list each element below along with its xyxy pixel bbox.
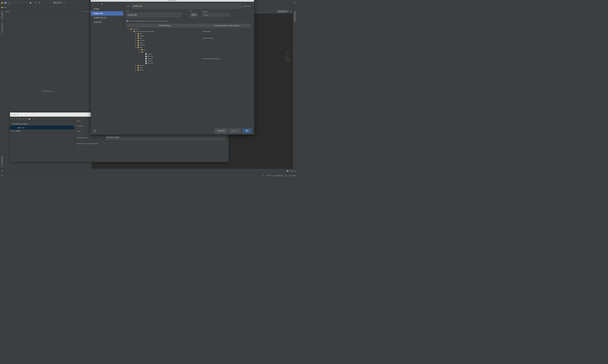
folder-icon[interactable]: 📁 [28,118,30,120]
config-type-node[interactable]: ▼🐘PHP Remote Debug [10,122,74,126]
open-icon[interactable] [1,1,3,4]
line-separator[interactable]: LF [263,175,264,176]
save-icon[interactable] [4,1,7,4]
sort-icon[interactable]: ↓ª [32,118,33,120]
chevron-right-icon[interactable]: ▶ [77,143,78,144]
remove-icon[interactable]: − [14,118,14,120]
port-label: Port [190,10,198,12]
debugger-select[interactable]: Xdebug▾ [202,13,229,17]
sync-icon[interactable] [8,1,10,4]
git-branch[interactable]: Git: feature/twig [273,175,282,176]
help-icon[interactable]: ? [93,129,97,133]
tree-row[interactable]: 📄index.php/var/www/krabs/public/index.ph… [127,58,251,60]
tree-row[interactable]: 📄.htaccess [127,53,251,55]
code-snippet: plate e) lue) t($value) t($value) [286,51,291,62]
tree-row[interactable]: ▶📁.idea [127,33,251,35]
tree-row[interactable]: ▶📁config [127,42,251,44]
path-mappings-checkbox[interactable]: Use path mappings (select if the server … [127,20,251,22]
tab-database[interactable]: Database [294,13,296,22]
tree-row[interactable]: ▼📁Project files [127,28,251,30]
collapse-icon[interactable]: ⇤ [88,11,89,12]
forward-icon[interactable]: → [47,1,50,4]
tree-row[interactable]: 📄favicon.ico [127,55,251,58]
tree-row[interactable]: ▶📁database [127,44,251,46]
status-bar-lower: ▣ LF UTF-8 ≑ Git: feature/twig ≑ 🔒 106 o… [0,173,297,178]
tree-row[interactable]: 📄robots.txt [127,60,251,62]
chevron-down-icon: ▾ [61,2,61,4]
status-icon[interactable]: ▣ [1,175,2,176]
tree-row[interactable]: ▶📁app/var/www/krabs/app [127,37,251,39]
find-icon[interactable]: 🔍 [35,1,37,4]
ok-button[interactable]: OK [242,128,251,133]
shared-checkbox[interactable]: Shared [244,5,251,7]
tree-row[interactable]: ▶📁routes [127,67,251,69]
run-icon[interactable]: ▶ [64,1,66,4]
add-icon[interactable]: + [92,4,93,5]
remove-icon[interactable]: − [95,4,96,5]
run-config-dropdown[interactable]: 🐘 KRABS ▾ [53,1,63,4]
editor-tab[interactable]: Channel.php × [277,10,288,13]
folder-icon: 📁 [1,7,3,8]
breadcrumb-project[interactable]: krabs [3,7,6,8]
copy-icon[interactable]: ⎘ [26,1,28,4]
paste-icon[interactable]: 📋 [29,1,32,4]
down-icon[interactable]: ▼ [26,118,27,120]
traffic-max[interactable] [17,114,18,116]
server-list: krabskrabs.diokrabs.dio (1)mds.dio [91,7,123,24]
search-everywhere-icon[interactable]: 🔍 [294,1,296,4]
tab-project[interactable]: 1: Project [1,11,3,20]
server-list-item[interactable]: krabs [91,7,123,11]
cut-icon[interactable]: ✂ [22,1,25,4]
config-item[interactable]: 🐘 KRABS [10,125,74,130]
server-list-item[interactable]: mds.dio [91,20,123,24]
server-list-item[interactable]: krabs.dio (1) [91,16,123,20]
tree-row[interactable]: ▶📁storage [127,69,251,71]
server-list-item[interactable]: krabs.dio [91,11,123,16]
redo-icon[interactable]: ↷ [17,1,19,4]
cancel-button[interactable]: Cancel [215,128,228,133]
tree-row[interactable]: 📄web.config [127,62,251,65]
idekey-input[interactable] [105,135,225,140]
copy-icon[interactable]: ⎘ [98,4,99,5]
close-icon[interactable]: × [286,11,287,12]
col-file: File/Directory [127,24,202,27]
host-input[interactable] [127,13,181,17]
copy-config-icon[interactable]: ⎘ [16,118,17,120]
tree-row[interactable]: ▶📁resources [127,65,251,67]
tree-row[interactable]: ▶📁js [127,51,251,53]
tree-row[interactable]: ▼📁/Users/jerry/projects/dionera/krabs/va… [127,30,251,33]
hide-icon[interactable]: ⊟ [89,11,90,12]
server-name-input[interactable] [132,4,243,8]
traffic-min[interactable] [95,0,96,1]
tree-row[interactable]: ▶📁.vagrant [127,35,251,37]
import-icon[interactable]: ⬒ [101,4,102,5]
traffic-max[interactable] [97,0,99,1]
undo-icon[interactable]: ↶ [13,1,16,4]
modal-title: Servers [168,0,176,1]
todo-icon[interactable]: 🔧 [1,170,3,172]
tab-label: Channel.php [278,11,285,12]
back-icon[interactable]: ← [44,1,46,4]
chevron-right-icon: 〉 [7,7,8,8]
memory-indicator[interactable]: 106 of 725M [289,175,296,176]
tree-row[interactable]: ▼📁public [127,46,251,49]
defaults-node[interactable]: ▶🔧Defaults [10,130,74,133]
traffic-close[interactable] [92,0,93,1]
lock-icon[interactable]: 🔒 [285,175,287,176]
tab-favorites[interactable]: 2: Favorites [1,156,3,167]
apply-button[interactable]: Apply [229,128,241,133]
edit-icon[interactable]: 🔧 [19,118,20,120]
tree-row[interactable]: ▶📁bootstrap [127,39,251,42]
encoding[interactable]: UTF-8 [266,175,270,176]
gear-icon[interactable]: ⚙ [86,11,87,12]
traffic-min[interactable] [14,114,16,116]
event-log-button[interactable]: Event Log [290,170,296,172]
tab-structure[interactable]: 7: Structure [1,23,3,34]
database-icon[interactable]: 🗄 [294,11,296,13]
up-icon[interactable]: ▲ [22,118,24,120]
traffic-close[interactable] [11,114,13,116]
add-icon[interactable]: + [11,118,12,120]
port-input[interactable] [190,13,198,17]
tree-row[interactable]: ▶📁css [127,49,251,51]
replace-icon[interactable]: 🔍 [38,1,41,4]
